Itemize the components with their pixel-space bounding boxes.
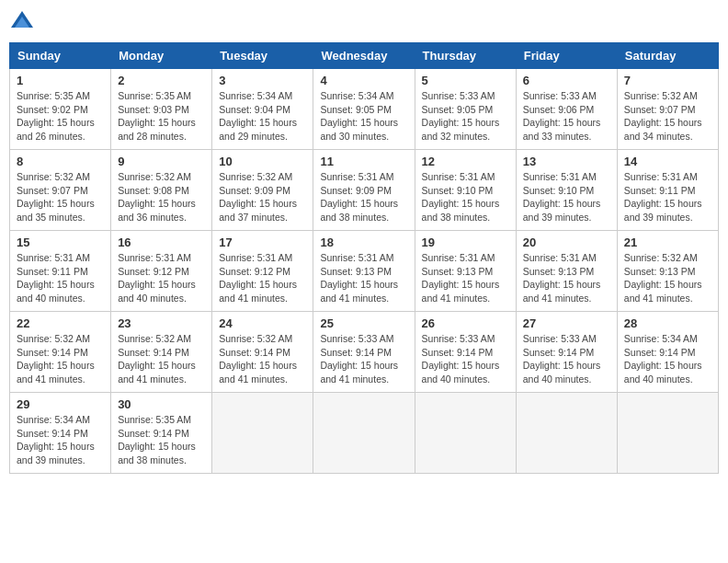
day-number: 4	[320, 74, 407, 87]
day-info: Sunrise: 5:33 AM Sunset: 9:14 PM Dayligh…	[523, 332, 610, 386]
day-cell-17: 17Sunrise: 5:31 AM Sunset: 9:12 PM Dayli…	[212, 231, 313, 312]
day-cell-14: 14Sunrise: 5:31 AM Sunset: 9:11 PM Dayli…	[617, 150, 718, 231]
day-info: Sunrise: 5:32 AM Sunset: 9:07 PM Dayligh…	[17, 170, 104, 224]
day-cell-30: 30Sunrise: 5:35 AM Sunset: 9:14 PM Dayli…	[111, 393, 212, 474]
day-number: 29	[17, 397, 104, 411]
day-cell-24: 24Sunrise: 5:32 AM Sunset: 9:14 PM Dayli…	[212, 312, 313, 393]
week-row-1: 1Sunrise: 5:35 AM Sunset: 9:02 PM Daylig…	[10, 69, 719, 150]
day-number: 21	[624, 236, 711, 249]
day-info: Sunrise: 5:34 AM Sunset: 9:14 PM Dayligh…	[17, 413, 104, 467]
day-info: Sunrise: 5:31 AM Sunset: 9:11 PM Dayligh…	[17, 251, 104, 305]
day-cell-8: 8Sunrise: 5:32 AM Sunset: 9:07 PM Daylig…	[10, 150, 111, 231]
day-number: 3	[219, 74, 306, 87]
day-number: 9	[118, 155, 205, 168]
day-info: Sunrise: 5:35 AM Sunset: 9:14 PM Dayligh…	[118, 413, 205, 467]
day-cell-1: 1Sunrise: 5:35 AM Sunset: 9:02 PM Daylig…	[10, 69, 111, 150]
day-info: Sunrise: 5:35 AM Sunset: 9:02 PM Dayligh…	[17, 89, 104, 144]
day-number: 17	[219, 236, 306, 249]
week-row-3: 15Sunrise: 5:31 AM Sunset: 9:11 PM Dayli…	[10, 231, 719, 312]
day-cell-10: 10Sunrise: 5:32 AM Sunset: 9:09 PM Dayli…	[212, 150, 313, 231]
day-cell-19: 19Sunrise: 5:31 AM Sunset: 9:13 PM Dayli…	[415, 231, 516, 312]
day-info: Sunrise: 5:32 AM Sunset: 9:13 PM Dayligh…	[624, 251, 711, 305]
day-cell-15: 15Sunrise: 5:31 AM Sunset: 9:11 PM Dayli…	[10, 231, 111, 312]
day-cell-16: 16Sunrise: 5:31 AM Sunset: 9:12 PM Dayli…	[111, 231, 212, 312]
day-info: Sunrise: 5:32 AM Sunset: 9:07 PM Dayligh…	[624, 89, 711, 144]
day-number: 27	[523, 316, 610, 330]
day-cell-11: 11Sunrise: 5:31 AM Sunset: 9:09 PM Dayli…	[313, 150, 415, 231]
day-number: 20	[523, 236, 610, 249]
calendar-table: SundayMondayTuesdayWednesdayThursdayFrid…	[9, 42, 719, 474]
day-info: Sunrise: 5:32 AM Sunset: 9:14 PM Dayligh…	[118, 332, 205, 386]
logo-icon	[9, 9, 35, 35]
day-number: 25	[320, 316, 407, 330]
empty-cell	[212, 393, 313, 474]
day-info: Sunrise: 5:31 AM Sunset: 9:12 PM Dayligh…	[118, 251, 205, 305]
header-friday: Friday	[516, 43, 617, 69]
day-cell-7: 7Sunrise: 5:32 AM Sunset: 9:07 PM Daylig…	[617, 69, 718, 150]
empty-cell	[617, 393, 718, 474]
header-row: SundayMondayTuesdayWednesdayThursdayFrid…	[10, 43, 719, 69]
header-saturday: Saturday	[617, 43, 718, 69]
header-monday: Monday	[111, 43, 212, 69]
day-number: 18	[320, 236, 407, 249]
day-number: 2	[118, 74, 205, 87]
day-info: Sunrise: 5:33 AM Sunset: 9:14 PM Dayligh…	[320, 332, 407, 386]
day-cell-21: 21Sunrise: 5:32 AM Sunset: 9:13 PM Dayli…	[617, 231, 718, 312]
day-info: Sunrise: 5:31 AM Sunset: 9:10 PM Dayligh…	[422, 170, 509, 224]
day-number: 12	[422, 155, 509, 168]
day-cell-22: 22Sunrise: 5:32 AM Sunset: 9:14 PM Dayli…	[10, 312, 111, 393]
week-row-4: 22Sunrise: 5:32 AM Sunset: 9:14 PM Dayli…	[10, 312, 719, 393]
week-row-2: 8Sunrise: 5:32 AM Sunset: 9:07 PM Daylig…	[10, 150, 719, 231]
day-cell-13: 13Sunrise: 5:31 AM Sunset: 9:10 PM Dayli…	[516, 150, 617, 231]
day-info: Sunrise: 5:31 AM Sunset: 9:11 PM Dayligh…	[624, 170, 711, 224]
day-info: Sunrise: 5:34 AM Sunset: 9:05 PM Dayligh…	[320, 89, 407, 144]
day-number: 16	[118, 236, 205, 249]
day-cell-2: 2Sunrise: 5:35 AM Sunset: 9:03 PM Daylig…	[111, 69, 212, 150]
day-info: Sunrise: 5:35 AM Sunset: 9:03 PM Dayligh…	[118, 89, 205, 144]
day-number: 8	[17, 155, 104, 168]
day-info: Sunrise: 5:31 AM Sunset: 9:12 PM Dayligh…	[219, 251, 306, 305]
day-info: Sunrise: 5:34 AM Sunset: 9:04 PM Dayligh…	[219, 89, 306, 144]
day-info: Sunrise: 5:32 AM Sunset: 9:08 PM Dayligh…	[118, 170, 205, 224]
day-number: 15	[17, 236, 104, 249]
empty-cell	[415, 393, 516, 474]
week-row-5: 29Sunrise: 5:34 AM Sunset: 9:14 PM Dayli…	[10, 393, 719, 474]
empty-cell	[516, 393, 617, 474]
day-number: 6	[523, 74, 610, 87]
day-number: 30	[118, 397, 205, 411]
day-number: 14	[624, 155, 711, 168]
day-number: 10	[219, 155, 306, 168]
day-info: Sunrise: 5:31 AM Sunset: 9:13 PM Dayligh…	[523, 251, 610, 305]
day-info: Sunrise: 5:31 AM Sunset: 9:13 PM Dayligh…	[320, 251, 407, 305]
header	[9, 9, 719, 35]
day-cell-23: 23Sunrise: 5:32 AM Sunset: 9:14 PM Dayli…	[111, 312, 212, 393]
header-wednesday: Wednesday	[313, 43, 415, 69]
day-number: 7	[624, 74, 711, 87]
day-cell-12: 12Sunrise: 5:31 AM Sunset: 9:10 PM Dayli…	[415, 150, 516, 231]
day-cell-18: 18Sunrise: 5:31 AM Sunset: 9:13 PM Dayli…	[313, 231, 415, 312]
day-cell-28: 28Sunrise: 5:34 AM Sunset: 9:14 PM Dayli…	[617, 312, 718, 393]
day-cell-29: 29Sunrise: 5:34 AM Sunset: 9:14 PM Dayli…	[10, 393, 111, 474]
day-cell-3: 3Sunrise: 5:34 AM Sunset: 9:04 PM Daylig…	[212, 69, 313, 150]
day-number: 1	[17, 74, 104, 87]
day-info: Sunrise: 5:32 AM Sunset: 9:14 PM Dayligh…	[17, 332, 104, 386]
day-number: 26	[422, 316, 509, 330]
day-number: 5	[422, 74, 509, 87]
day-info: Sunrise: 5:33 AM Sunset: 9:14 PM Dayligh…	[422, 332, 509, 386]
day-info: Sunrise: 5:33 AM Sunset: 9:06 PM Dayligh…	[523, 89, 610, 144]
empty-cell	[313, 393, 415, 474]
day-cell-25: 25Sunrise: 5:33 AM Sunset: 9:14 PM Dayli…	[313, 312, 415, 393]
day-cell-27: 27Sunrise: 5:33 AM Sunset: 9:14 PM Dayli…	[516, 312, 617, 393]
day-cell-5: 5Sunrise: 5:33 AM Sunset: 9:05 PM Daylig…	[415, 69, 516, 150]
day-cell-6: 6Sunrise: 5:33 AM Sunset: 9:06 PM Daylig…	[516, 69, 617, 150]
day-number: 22	[17, 316, 104, 330]
day-info: Sunrise: 5:34 AM Sunset: 9:14 PM Dayligh…	[624, 332, 711, 386]
day-info: Sunrise: 5:31 AM Sunset: 9:13 PM Dayligh…	[422, 251, 509, 305]
day-cell-26: 26Sunrise: 5:33 AM Sunset: 9:14 PM Dayli…	[415, 312, 516, 393]
day-number: 28	[624, 316, 711, 330]
day-info: Sunrise: 5:32 AM Sunset: 9:14 PM Dayligh…	[219, 332, 306, 386]
day-number: 24	[219, 316, 306, 330]
day-info: Sunrise: 5:33 AM Sunset: 9:05 PM Dayligh…	[422, 89, 509, 144]
header-thursday: Thursday	[415, 43, 516, 69]
day-info: Sunrise: 5:31 AM Sunset: 9:10 PM Dayligh…	[523, 170, 610, 224]
